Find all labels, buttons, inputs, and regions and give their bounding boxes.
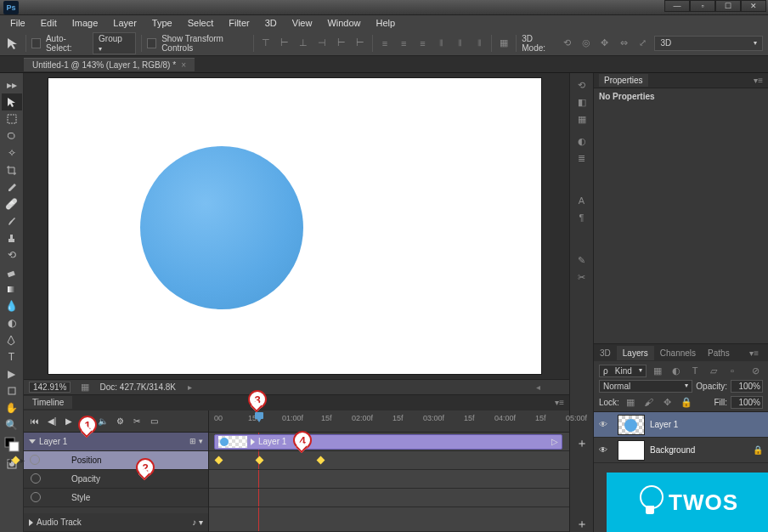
filter-toggle-switch[interactable]: ⊘: [748, 364, 763, 377]
add-audio-icon[interactable]: ＋: [576, 517, 588, 532]
close-tab-icon[interactable]: ×: [181, 60, 186, 70]
timeline-prop-opacity[interactable]: Opacity: [24, 470, 208, 489]
keyframe-diamond-icon[interactable]: [12, 456, 20, 464]
lock-pixels-icon[interactable]: 🖌: [641, 395, 657, 409]
distribute-bottom-icon[interactable]: ≡: [415, 37, 429, 50]
move-tool-preset-icon[interactable]: [5, 35, 20, 52]
swatches-panel-icon[interactable]: ▦: [574, 112, 590, 126]
video-clip[interactable]: Layer 1 ▷: [214, 434, 562, 450]
3d-orbit-icon[interactable]: ⟲: [560, 37, 573, 50]
keyframe-icon[interactable]: [256, 456, 264, 464]
timeline-audio-track[interactable]: Audio Track ♪ ▾: [24, 513, 208, 532]
timeline-prop-position[interactable]: ◂▸ Position: [24, 451, 208, 470]
zoom-level-field[interactable]: 142.91%: [29, 382, 71, 393]
magic-wand-tool-icon[interactable]: ✧: [2, 144, 22, 161]
mute-audio-icon[interactable]: 🔈: [95, 413, 110, 428]
canvas-area[interactable]: [24, 73, 569, 379]
auto-align-icon[interactable]: ▦: [497, 37, 511, 50]
doc-info-flyout-icon[interactable]: ▸: [188, 382, 192, 392]
brush-panel-icon[interactable]: ✎: [574, 253, 590, 267]
add-media-icon[interactable]: ＋: [576, 436, 588, 451]
tab-channels[interactable]: Channels: [654, 346, 702, 360]
history-brush-tool-icon[interactable]: ⟲: [2, 246, 22, 263]
layer-filmstrip-icon[interactable]: ⊞ ▾: [189, 437, 203, 445]
timeline-tab[interactable]: Timeline: [24, 396, 72, 409]
clip-disclosure-icon[interactable]: [251, 439, 255, 445]
lock-position-icon[interactable]: ✥: [660, 395, 675, 409]
stopwatch-icon[interactable]: [31, 473, 41, 484]
keyframe-icon[interactable]: [215, 456, 223, 464]
gradient-tool-icon[interactable]: [2, 280, 22, 297]
audio-clip-row[interactable]: ＋: [209, 513, 569, 532]
menu-filter[interactable]: Filter: [222, 16, 256, 30]
menu-select[interactable]: Select: [181, 16, 221, 30]
styles-panel-icon[interactable]: ≣: [574, 151, 590, 165]
document-tab[interactable]: Untitled-1 @ 143% (Layer 1, RGB/8) * ×: [24, 58, 195, 71]
blur-tool-icon[interactable]: 💧: [2, 297, 22, 314]
menu-type[interactable]: Type: [145, 16, 179, 30]
3d-scale-icon[interactable]: ⤢: [635, 37, 649, 50]
layer-thumbnail[interactable]: [618, 440, 645, 461]
status-preview-icon[interactable]: ▦: [77, 380, 93, 393]
scroll-left-icon[interactable]: ◂: [536, 382, 540, 392]
layer-name-label[interactable]: Background: [650, 445, 695, 455]
align-vcenter-icon[interactable]: ⊢: [278, 37, 291, 50]
opacity-field[interactable]: 100%: [731, 380, 763, 393]
layer-thumbnail[interactable]: [618, 415, 645, 435]
stopwatch-icon[interactable]: [31, 492, 41, 502]
maximize-small-button[interactable]: ▫: [690, 0, 715, 12]
split-clip-icon[interactable]: ✂: [129, 413, 144, 428]
align-right-icon[interactable]: ⊢: [353, 37, 367, 50]
stopwatch-icon[interactable]: [30, 455, 40, 465]
zoom-tool-icon[interactable]: 🔍: [2, 416, 22, 433]
auto-select-checkbox[interactable]: [31, 38, 41, 48]
color-panel-icon[interactable]: ◧: [574, 95, 590, 109]
layers-panel-menu-icon[interactable]: ▾≡: [743, 346, 765, 360]
canvas[interactable]: [48, 78, 541, 374]
keyframe-row-position[interactable]: [209, 451, 569, 470]
maximize-button[interactable]: ☐: [715, 0, 741, 12]
keyframe-icon[interactable]: [317, 456, 325, 464]
filter-smart-icon[interactable]: ▫: [725, 364, 740, 377]
menu-3d[interactable]: 3D: [258, 16, 284, 30]
layer-name-label[interactable]: Layer 1: [650, 420, 678, 429]
clone-stamp-tool-icon[interactable]: [2, 229, 22, 246]
disclosure-icon[interactable]: [29, 439, 36, 444]
distribute-right-icon[interactable]: ⦀: [472, 37, 486, 50]
character-panel-icon[interactable]: A: [574, 194, 590, 207]
dodge-tool-icon[interactable]: ◐: [2, 314, 22, 331]
3d-right-dropdown[interactable]: 3D▾: [654, 36, 763, 51]
filter-type-icon[interactable]: T: [687, 364, 703, 377]
timeline-layer-header[interactable]: Layer 1 ⊞ ▾: [24, 433, 208, 451]
distribute-hcenter-icon[interactable]: ⦀: [454, 37, 467, 50]
paragraph-panel-icon[interactable]: ¶: [574, 211, 590, 224]
lasso-tool-icon[interactable]: [2, 127, 22, 144]
keyframe-row-opacity[interactable]: [209, 470, 569, 489]
3d-roll-icon[interactable]: ◎: [579, 37, 593, 50]
pen-tool-icon[interactable]: [2, 331, 22, 348]
transition-icon[interactable]: ▭: [146, 413, 161, 428]
go-to-first-frame-icon[interactable]: ⏮: [27, 413, 42, 428]
hand-tool-icon[interactable]: ✋: [2, 399, 22, 416]
3d-slide-icon[interactable]: ⇔: [617, 37, 630, 50]
layer-item[interactable]: 👁 Layer 1: [594, 412, 768, 438]
timeline-prop-style[interactable]: Style: [24, 489, 208, 507]
menu-window[interactable]: Window: [320, 16, 367, 30]
music-note-icon[interactable]: ♪ ▾: [192, 518, 203, 527]
align-bottom-icon[interactable]: ⊥: [296, 37, 310, 50]
clone-source-panel-icon[interactable]: ✂: [574, 270, 590, 284]
type-tool-icon[interactable]: T: [2, 348, 22, 365]
disclosure-icon[interactable]: [29, 519, 33, 526]
fgbg-colors-icon[interactable]: [2, 433, 22, 456]
tab-layers[interactable]: Layers: [617, 346, 654, 360]
menu-file[interactable]: File: [3, 16, 32, 30]
auto-select-mode-dropdown[interactable]: Group ▾: [93, 32, 136, 54]
properties-tab[interactable]: Properties: [599, 74, 648, 87]
timeline-options-icon[interactable]: ⚙: [112, 413, 127, 428]
menu-view[interactable]: View: [285, 16, 319, 30]
layer-item[interactable]: 👁 Background 🔒: [594, 438, 768, 463]
menu-edit[interactable]: Edit: [34, 16, 64, 30]
keyframe-row-style[interactable]: [209, 489, 569, 507]
close-window-button[interactable]: ✕: [741, 0, 766, 12]
filter-shape-icon[interactable]: ▱: [706, 364, 721, 377]
